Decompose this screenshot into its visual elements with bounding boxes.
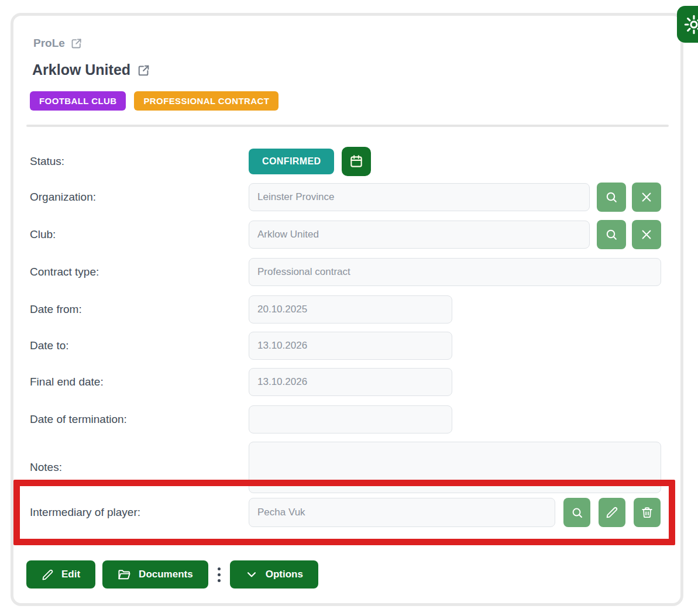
contract-type-label: Contract type: (30, 266, 249, 278)
date-of-termination-label: Date of termination: (30, 413, 249, 426)
contract-detail-page: ProLe Arklow United FOOTBALL CLUB PROFES… (0, 0, 698, 616)
date-to-row: Date to: (30, 332, 661, 360)
action-bar: Edit Documents Options (26, 560, 318, 589)
x-icon (640, 228, 653, 241)
final-end-date-input[interactable] (249, 368, 452, 396)
date-from-label: Date from: (30, 303, 249, 316)
notes-textarea[interactable] (249, 442, 661, 493)
status-row: Status: CONFIRMED (30, 146, 661, 177)
club-search-button[interactable] (597, 220, 626, 249)
intermediary-label: Intermediary of player: (30, 506, 249, 519)
documents-button-label: Documents (139, 569, 193, 580)
edit-button[interactable]: Edit (26, 560, 95, 589)
notes-label: Notes: (30, 461, 249, 474)
club-clear-button[interactable] (632, 220, 661, 249)
club-row: Club: (30, 221, 661, 249)
search-icon (604, 228, 618, 242)
status-label: Status: (30, 155, 249, 168)
pencil-icon (42, 569, 54, 581)
page-title-label: Arklow United (32, 61, 130, 78)
header-divider (26, 125, 669, 127)
football-club-badge: FOOTBALL CLUB (30, 91, 126, 111)
date-from-row: Date from: (30, 295, 661, 324)
intermediary-input[interactable] (249, 498, 555, 527)
notes-row: Notes: (30, 442, 661, 493)
page-title: Arklow United (32, 61, 150, 78)
pencil-icon (606, 506, 618, 519)
gear-icon (683, 14, 698, 35)
date-to-input[interactable] (249, 332, 452, 360)
search-icon (570, 506, 584, 519)
trash-icon (641, 506, 654, 519)
options-button-label: Options (266, 569, 303, 580)
tag-badges: FOOTBALL CLUB PROFESSIONAL CONTRACT (30, 91, 278, 111)
final-end-date-row: Final end date: (30, 368, 661, 396)
organization-row: Organization: (30, 183, 661, 211)
intermediary-delete-button[interactable] (634, 498, 661, 527)
organization-search-button[interactable] (597, 183, 626, 212)
calendar-icon (349, 154, 364, 169)
x-icon (640, 191, 653, 204)
professional-contract-badge: PROFESSIONAL CONTRACT (134, 91, 278, 111)
date-of-termination-row: Date of termination: (30, 405, 661, 433)
club-label: Club: (30, 228, 249, 241)
documents-button[interactable]: Documents (102, 560, 208, 589)
intermediary-row: Intermediary of player: (30, 498, 661, 527)
external-link-icon (71, 37, 82, 49)
date-of-termination-input[interactable] (249, 405, 452, 433)
folder-open-icon (118, 568, 131, 581)
organization-label: Organization: (30, 191, 249, 204)
final-end-date-label: Final end date: (30, 376, 249, 388)
options-button[interactable]: Options (230, 560, 318, 589)
intermediary-edit-button[interactable] (599, 498, 625, 527)
status-history-button[interactable] (342, 147, 371, 176)
organization-input[interactable] (249, 183, 590, 211)
organization-clear-button[interactable] (632, 183, 661, 212)
edit-button-label: Edit (61, 569, 80, 580)
date-from-input[interactable] (249, 295, 452, 324)
app-breadcrumb-link[interactable]: ProLe (33, 37, 82, 50)
search-icon (604, 190, 618, 204)
kebab-menu-icon[interactable] (216, 565, 222, 584)
club-input[interactable] (249, 221, 590, 249)
external-link-icon[interactable] (137, 64, 150, 77)
contract-type-row: Contract type: (30, 258, 661, 286)
chevron-down-icon (245, 568, 258, 581)
app-link-label: ProLe (33, 37, 65, 50)
intermediary-search-button[interactable] (563, 498, 590, 527)
date-to-label: Date to: (30, 339, 249, 352)
contract-type-input[interactable] (249, 258, 661, 286)
settings-button[interactable] (677, 6, 698, 43)
status-badge: CONFIRMED (249, 149, 334, 174)
